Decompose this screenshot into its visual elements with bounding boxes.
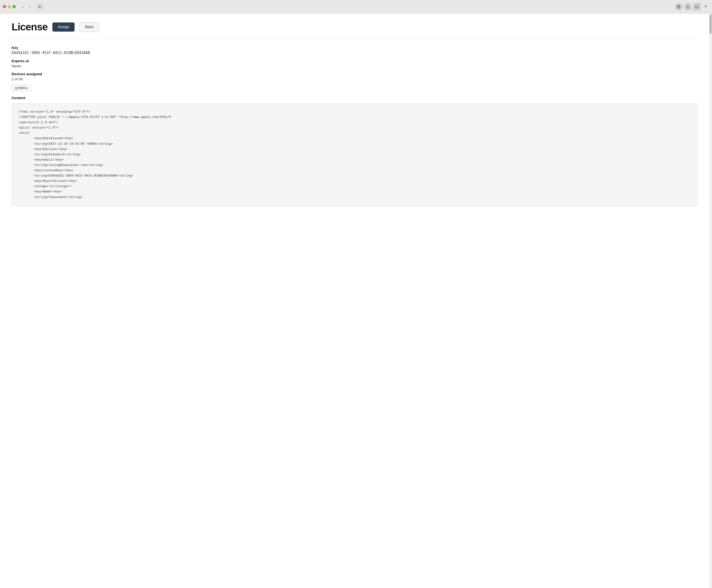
svg-rect-2 xyxy=(40,6,42,7)
content-box: <?xml version="1.0" encoding="UTF-8"?> <… xyxy=(12,103,697,206)
devices-label: Devices assigned xyxy=(12,72,697,76)
svg-rect-6 xyxy=(696,5,698,7)
browser-chrome: ‹ › + xyxy=(0,0,712,14)
svg-rect-0 xyxy=(38,5,40,8)
download-button[interactable] xyxy=(675,3,683,10)
svg-rect-1 xyxy=(40,5,42,6)
traffic-lights xyxy=(3,5,16,8)
section-divider xyxy=(12,39,697,39)
back-nav-button[interactable]: ‹ xyxy=(20,3,26,10)
browser-window: License Assign Back Key EA45A1EC-38E6-45… xyxy=(0,14,712,588)
devices-value: 1 of 30 xyxy=(12,77,697,81)
nav-buttons: ‹ › xyxy=(20,3,34,10)
expires-label: Expires at xyxy=(12,59,697,63)
browser-actions: + xyxy=(675,3,709,10)
key-label: Key xyxy=(12,46,697,50)
forward-nav-button[interactable]: › xyxy=(27,3,34,10)
scrollbar[interactable] xyxy=(709,14,712,588)
page-header: License Assign Back xyxy=(12,21,697,33)
minimize-button[interactable] xyxy=(8,5,11,8)
window-button[interactable] xyxy=(693,3,701,10)
content-label: Content xyxy=(12,96,697,100)
share-button[interactable] xyxy=(684,3,692,10)
maximize-button[interactable] xyxy=(13,5,16,8)
scrollbar-thumb[interactable] xyxy=(710,15,712,34)
device-tag[interactable]: QAMBA1 xyxy=(12,85,31,91)
expires-value: Never xyxy=(12,64,697,68)
key-value: EA45A1EC-38E6-451F-A931-DC0BC89438AB xyxy=(12,51,697,55)
sidebar-toggle-button[interactable] xyxy=(37,3,44,10)
new-tab-button[interactable]: + xyxy=(703,3,709,9)
page-title: License xyxy=(12,21,47,33)
svg-rect-3 xyxy=(40,8,42,8)
back-button[interactable]: Back xyxy=(79,22,99,32)
main-content: License Assign Back Key EA45A1EC-38E6-45… xyxy=(0,14,712,588)
close-button[interactable] xyxy=(3,5,6,8)
assign-button[interactable]: Assign xyxy=(53,22,75,31)
